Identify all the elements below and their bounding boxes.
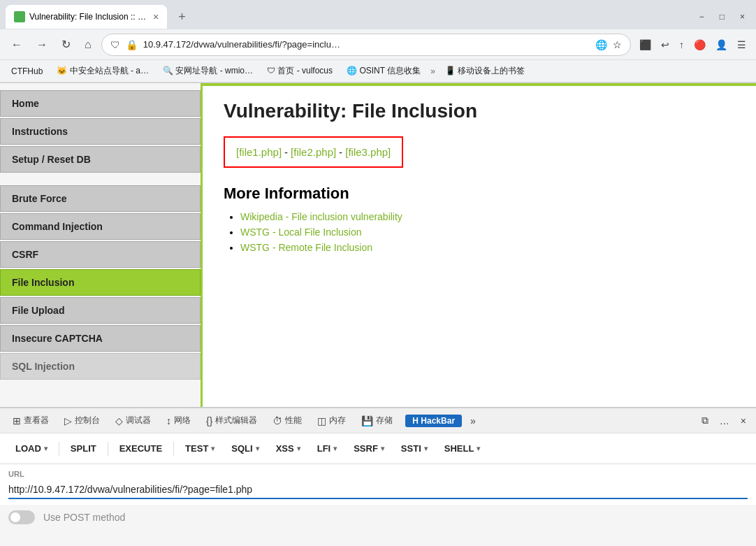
sqli-label: SQLI xyxy=(231,443,252,454)
test-label: TEST xyxy=(185,443,208,454)
devtools-actions: ⧉ … × xyxy=(697,413,750,428)
ssrf-dropdown-icon: ▾ xyxy=(381,445,384,452)
file3-link[interactable]: [file3.php] xyxy=(345,146,391,158)
hackbar-test-button[interactable]: TEST ▾ xyxy=(178,440,221,457)
list-item: Wikipedia - File inclusion vulnerability xyxy=(240,211,735,222)
devtools-close-button[interactable]: × xyxy=(736,413,750,428)
profile-icon[interactable]: 👤 xyxy=(713,36,730,53)
hackbar-shell-button[interactable]: SHELL ▾ xyxy=(437,440,488,457)
new-tab-button[interactable]: + xyxy=(173,7,191,27)
devtools-options-button[interactable]: … xyxy=(715,413,734,428)
wikipedia-link[interactable]: Wikipedia - File inclusion vulnerability xyxy=(240,211,402,222)
hackbar-post-section: Use POST method xyxy=(0,505,756,530)
toolbar-divider-2 xyxy=(108,442,108,456)
list-item: WSTG - Remote File Inclusion xyxy=(240,242,735,253)
hackbar-url-input[interactable] xyxy=(8,481,748,499)
bookmarks-more[interactable]: » xyxy=(430,66,435,76)
devtools-tab-inspector[interactable]: ⊞ 查看器 xyxy=(6,412,56,429)
tab-close-button[interactable]: × xyxy=(153,11,159,22)
hackbar-lfi-button[interactable]: LFI ▾ xyxy=(310,440,344,457)
sidebar-item-file-inclusion[interactable]: File Inclusion xyxy=(0,269,201,296)
devtools-tab-storage[interactable]: 💾 存储 xyxy=(354,412,400,429)
bookmark-mobile[interactable]: 📱 移动设备上的书签 xyxy=(441,64,529,78)
devtools-tab-memory[interactable]: ◫ 内存 xyxy=(310,412,353,429)
maximize-button[interactable]: □ xyxy=(714,10,730,23)
bookmark-ctfhub[interactable]: CTFHub xyxy=(7,65,47,78)
toolbar-divider-1 xyxy=(59,442,59,456)
sidebar-item-instructions[interactable]: Instructions xyxy=(0,118,201,145)
navigation-bar: ← → ↻ ⌂ 🛡 🔒 10.9.47.172/dvwa/vulnerabili… xyxy=(0,29,756,60)
file-links-box: [file1.php] - [file2.php] - [file3.php] xyxy=(224,136,403,168)
hackbar-ssrf-button[interactable]: SSRF ▾ xyxy=(347,440,391,457)
bookmark-wmio[interactable]: 🔍 安网址导航 - wmio… xyxy=(159,64,257,78)
sidebar-item-sql-injection[interactable]: SQL Injection xyxy=(0,353,201,380)
share-icon[interactable]: ↑ xyxy=(676,36,687,53)
bookmark-vulfocus[interactable]: 🛡 首页 - vulfocus xyxy=(263,64,337,78)
performance-icon: ⏱ xyxy=(272,415,282,426)
more-info-list: Wikipedia - File inclusion vulnerability… xyxy=(224,211,735,253)
sidebar-item-insecure-captcha[interactable]: Insecure CAPTCHA xyxy=(0,325,201,352)
bookmarks-icon[interactable]: 🌐 xyxy=(595,39,607,50)
devtools-tab-style-editor[interactable]: {} 样式编辑器 xyxy=(199,412,264,429)
wstg-local-link[interactable]: WSTG - Local File Inclusion xyxy=(240,227,362,238)
devtools-tab-performance[interactable]: ⏱ 性能 xyxy=(266,412,309,429)
lfi-dropdown-icon: ▾ xyxy=(333,445,337,452)
hackbar-execute-button[interactable]: EXECUTE xyxy=(112,440,169,457)
sidebar-item-csrf[interactable]: CSRF xyxy=(0,241,201,268)
toolbar-divider-3 xyxy=(173,442,174,456)
wstg-remote-link[interactable]: WSTG - Remote File Inclusion xyxy=(240,242,372,253)
undo-icon[interactable]: ↩ xyxy=(658,36,672,53)
menu-icon[interactable]: ☰ xyxy=(734,36,749,53)
sidebar-item-file-upload[interactable]: File Upload xyxy=(0,297,201,324)
sidebar-item-setup[interactable]: Setup / Reset DB xyxy=(0,146,201,173)
load-dropdown-icon: ▾ xyxy=(44,445,48,452)
hackbar-split-button[interactable]: SPLIT xyxy=(64,440,103,457)
shell-label: SHELL xyxy=(444,443,474,454)
devtools-tab-debugger[interactable]: ◇ 调试器 xyxy=(108,412,158,429)
page-title: Vulnerability: File Inclusion xyxy=(224,100,735,122)
screenshot-icon[interactable]: ⬛ xyxy=(637,36,654,53)
memory-label: 内存 xyxy=(329,415,346,426)
post-method-toggle[interactable] xyxy=(8,510,35,524)
storage-label: 存储 xyxy=(376,415,393,426)
bookmark-osint[interactable]: 🌐 OSINT 信息收集 xyxy=(342,64,425,78)
inspector-label: 查看器 xyxy=(24,415,49,426)
bookmark-chinese-security[interactable]: 🐱 中安全站点导航 - a… xyxy=(52,64,153,78)
security-icon: 🛡 xyxy=(110,39,120,50)
memory-icon: ◫ xyxy=(317,415,326,426)
star-icon[interactable]: ☆ xyxy=(613,39,622,50)
separator-2: - xyxy=(339,146,345,158)
xss-dropdown-icon: ▾ xyxy=(297,445,300,452)
devtools-tab-hackbar[interactable]: H HackBar xyxy=(401,412,466,430)
devtools-more-tabs[interactable]: » xyxy=(470,415,476,426)
hackbar-load-button[interactable]: LOAD ▾ xyxy=(8,440,54,457)
sidebar-item-brute-force[interactable]: Brute Force xyxy=(0,185,201,212)
close-window-button[interactable]: × xyxy=(734,10,750,23)
post-method-label: Use POST method xyxy=(43,512,125,523)
style-editor-label: 样式编辑器 xyxy=(215,415,257,426)
address-bar[interactable]: 🛡 🔒 10.9.47.172/dvwa/vulnerabilities/fi/… xyxy=(101,34,631,56)
url-display[interactable]: 10.9.47.172/dvwa/vulnerabilities/fi/?pag… xyxy=(143,39,590,50)
devtools-tab-network[interactable]: ↕ 网络 xyxy=(159,412,198,429)
sidebar-item-command-injection[interactable]: Command Injection xyxy=(0,213,201,240)
devtools-undock-button[interactable]: ⧉ xyxy=(697,413,713,428)
sidebar-item-home[interactable]: Home xyxy=(0,90,201,117)
forward-button[interactable]: → xyxy=(32,36,52,54)
debugger-icon: ◇ xyxy=(115,415,123,426)
file1-link[interactable]: [file1.php] xyxy=(236,146,282,158)
devtools-tab-bar: ⊞ 查看器 ▷ 控制台 ◇ 调试器 ↕ 网络 {} 样式编辑器 ⏱ 性能 ◫ 内… xyxy=(0,408,756,433)
hackbar-xss-button[interactable]: XSS ▾ xyxy=(269,440,307,457)
file2-link[interactable]: [file2.php] xyxy=(291,146,336,158)
devtools-tab-console[interactable]: ▷ 控制台 xyxy=(57,412,107,429)
extension-icon[interactable]: 🔴 xyxy=(691,36,708,53)
minimize-button[interactable]: − xyxy=(694,10,710,23)
hackbar-sqli-button[interactable]: SQLI ▾ xyxy=(224,440,266,457)
back-button[interactable]: ← xyxy=(7,36,27,54)
console-label: 控制台 xyxy=(75,415,100,426)
hackbar-icon: H HackBar xyxy=(405,415,462,427)
hackbar-ssti-button[interactable]: SSTI ▾ xyxy=(394,440,435,457)
active-tab[interactable]: Vulnerability: File Inclusion :: … × xyxy=(6,5,167,29)
home-button[interactable]: ⌂ xyxy=(80,36,96,54)
sidebar: Home Instructions Setup / Reset DB Brute… xyxy=(0,83,203,407)
refresh-button[interactable]: ↻ xyxy=(57,35,75,54)
